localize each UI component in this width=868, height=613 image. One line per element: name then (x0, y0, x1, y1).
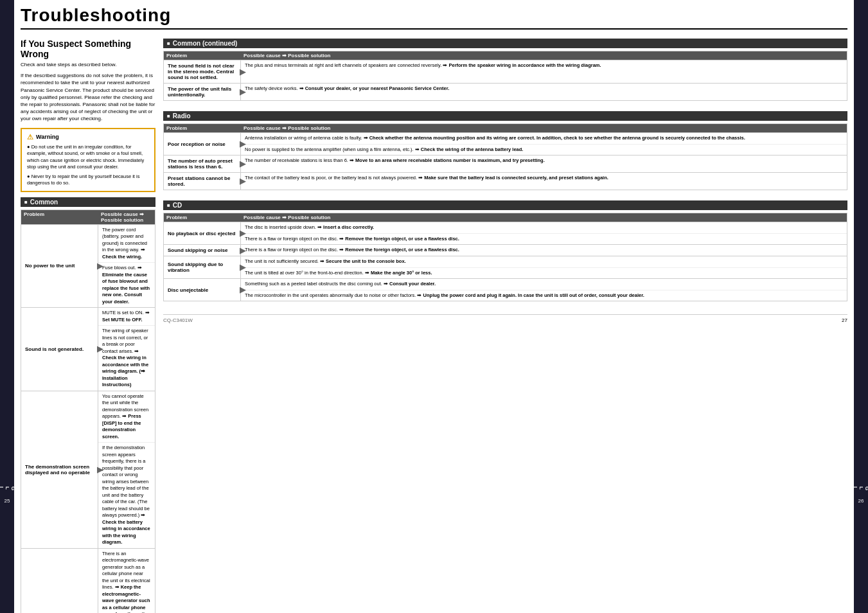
left-column: If You Suspect Something Wrong Check and… (21, 39, 155, 613)
solution-item: Antenna installation or wiring of antenn… (241, 133, 847, 145)
solution-item: MUTE is set to ON. ➡ Set MUTE to OFF. (98, 308, 155, 326)
arrow-icon: ▶ (240, 159, 245, 168)
table-row: Sound is not generated. ▶ MUTE is set to… (21, 307, 155, 391)
solution-item: The microcontroller in the unit operates… (241, 290, 847, 301)
warning-icon: ⚠ (27, 133, 33, 141)
arrow-icon: ▶ (240, 87, 245, 96)
problem-cell: Sound is not generated. ▶ (21, 308, 98, 391)
table-row: Sound skipping due to vibration ▶ The un… (164, 256, 847, 278)
intro-line1: Check and take steps as described below. (21, 61, 155, 68)
radio-title-text: Radio (173, 112, 191, 120)
radio-section-title: Radio (163, 111, 847, 121)
arrow-icon: ▶ (240, 263, 245, 272)
radio-table-header: Problem Possible cause ➡ Possible soluti… (164, 124, 847, 132)
warning-text-2: Never try to repair the unit by yourself… (27, 173, 139, 186)
cause-header: Possible cause ➡ Possible solution (244, 215, 844, 220)
problem-text: Preset stations cannot be stored. (168, 175, 236, 187)
arrow-icon: ▶ (240, 229, 245, 238)
subtitle: If You Suspect Something Wrong (21, 39, 155, 59)
solutions-cell: The disc is inserted upside down. ➡ Inse… (241, 222, 847, 244)
table-row: Noise ▶ There is an electromagnetic-wave… (21, 548, 155, 614)
arrow-icon: ▶ (97, 344, 103, 353)
problem-cell: The sound field is not clear in the ster… (164, 60, 241, 83)
problem-header: Problem (24, 211, 101, 223)
table-row: Disc unejectable ▶ Something such as a p… (164, 278, 847, 301)
solution-item: You cannot operate the unit while the de… (98, 391, 155, 443)
solutions-cell: The plus and minus terminals at right an… (241, 60, 847, 83)
solution-item: The unit is not sufficiently secured. ➡ … (241, 256, 847, 268)
warning-title-text: Warning (36, 134, 59, 140)
arrow-icon: ▶ (240, 67, 245, 76)
solution-item: The disc is inserted upside down. ➡ Inse… (241, 222, 847, 234)
table-row: No power to the unit ▶ The power cord (b… (21, 224, 155, 308)
problem-text: The power of the unit fails unintentiona… (168, 86, 236, 98)
page-num-left: 25 (4, 498, 10, 504)
table-row: Preset stations cannot be stored. ▶ The … (164, 172, 847, 190)
common-continued-section: Common (continued) Problem Possible caus… (163, 39, 847, 106)
solution-item: No power is supplied to the antenna ampl… (241, 145, 847, 155)
problem-header: Problem (166, 53, 244, 58)
problem-cell: Disc unejectable ▶ (164, 279, 241, 301)
solution-item: There is a flaw or foreign object on the… (241, 234, 847, 245)
table-row: The power of the unit fails unintentiona… (164, 83, 847, 100)
problem-cell: Preset stations cannot be stored. ▶ (164, 173, 241, 190)
solution-item: There is an electromagnetic-wave generat… (98, 549, 155, 614)
page-title: Troubleshooting (21, 5, 847, 30)
solutions-cell: MUTE is set to ON. ➡ Set MUTE to OFF. Th… (98, 308, 155, 391)
problem-cell: Poor reception or noise ▶ (164, 133, 241, 155)
model-right: CQ-C3401W (163, 317, 193, 323)
radio-section: Radio Problem Possible cause ➡ Possible … (163, 111, 847, 195)
sidebar-left: ENGLISH 25 (0, 0, 14, 613)
problem-text: Disc unejectable (168, 287, 208, 293)
solutions-cell: There is a flaw or foreign object on the… (241, 245, 847, 256)
solution-item: The power cord (battery, power and groun… (98, 225, 155, 263)
common-section-title: Common (21, 197, 155, 207)
solution-item: The unit is tilted at over 30° in the fr… (241, 268, 847, 279)
problem-text: No playback or disc ejected (168, 231, 235, 236)
page-num-right: 26 (858, 498, 864, 504)
common-continued-table: Problem Possible cause ➡ Possible soluti… (163, 51, 847, 101)
common-continued-header: Problem Possible cause ➡ Possible soluti… (164, 51, 847, 60)
table-row: No playback or disc ejected ▶ The disc i… (164, 222, 847, 244)
solutions-cell: Antenna installation or wiring of antenn… (241, 133, 847, 155)
problem-text: Poor reception or noise (168, 141, 226, 147)
problem-cell: No power to the unit ▶ (21, 225, 98, 308)
cd-title-text: CD (173, 202, 182, 209)
intro-line2: If the described suggestions do not solv… (21, 72, 155, 122)
common-table: Problem Possible cause ➡ Possible soluti… (21, 209, 155, 614)
problem-text: No power to the unit (25, 263, 75, 269)
problem-cell: The power of the unit fails unintentiona… (164, 84, 241, 100)
problem-header: Problem (166, 125, 244, 131)
problem-cell: The demonstration screen displayed and n… (21, 391, 98, 548)
problem-text: Sound skipping due to vibration (168, 262, 236, 273)
problem-text: Sound skipping or noise (168, 247, 227, 253)
problem-cell: Noise ▶ (21, 549, 98, 614)
solutions-cell: Something such as a peeled label obstruc… (241, 279, 847, 301)
cause-header: Possible cause ➡ Possible solution (244, 53, 844, 58)
common-continued-title-text: Common (continued) (173, 40, 238, 47)
solution-item: The contact of the battery lead is poor,… (241, 173, 847, 184)
problem-cell: Sound skipping due to vibration ▶ (164, 256, 241, 278)
warning-bullet-1: ● Do not use the unit in an irregular co… (27, 144, 149, 171)
table-row: The demonstration screen displayed and n… (21, 391, 155, 548)
solutions-cell: The number of receivable stations is les… (241, 155, 847, 172)
cause-header: Possible cause ➡ Possible solution (244, 125, 844, 131)
solution-item: Fuse blows out. ➡ Eliminate the cause of… (98, 263, 155, 307)
problem-text: The sound field is not clear in the ster… (168, 63, 236, 80)
page-num-right-bottom: 27 (842, 317, 847, 323)
table-row: Sound skipping or noise ▶ There is a fla… (164, 244, 847, 256)
main-content: Troubleshooting If You Suspect Something… (14, 0, 854, 613)
radio-table: Problem Possible cause ➡ Possible soluti… (163, 123, 847, 190)
table-row: The number of auto preset stations is le… (164, 155, 847, 172)
cd-section: CD Problem Possible cause ➡ Possible sol… (163, 200, 847, 306)
arrow-icon: ▶ (97, 465, 103, 474)
problem-text: Sound is not generated. (25, 346, 84, 352)
two-columns-layout: If You Suspect Something Wrong Check and… (21, 39, 847, 613)
problem-text: The number of auto preset stations is le… (168, 158, 236, 170)
arrow-icon: ▶ (240, 177, 245, 186)
solution-item: Something such as a peeled label obstruc… (241, 279, 847, 290)
cause-header: Possible cause ➡ Possible solution (101, 211, 152, 223)
common-table-header: Problem Possible cause ➡ Possible soluti… (21, 210, 155, 224)
cd-table-header: Problem Possible cause ➡ Possible soluti… (164, 213, 847, 222)
solution-item: The wiring of speaker lines is not corre… (98, 326, 155, 391)
